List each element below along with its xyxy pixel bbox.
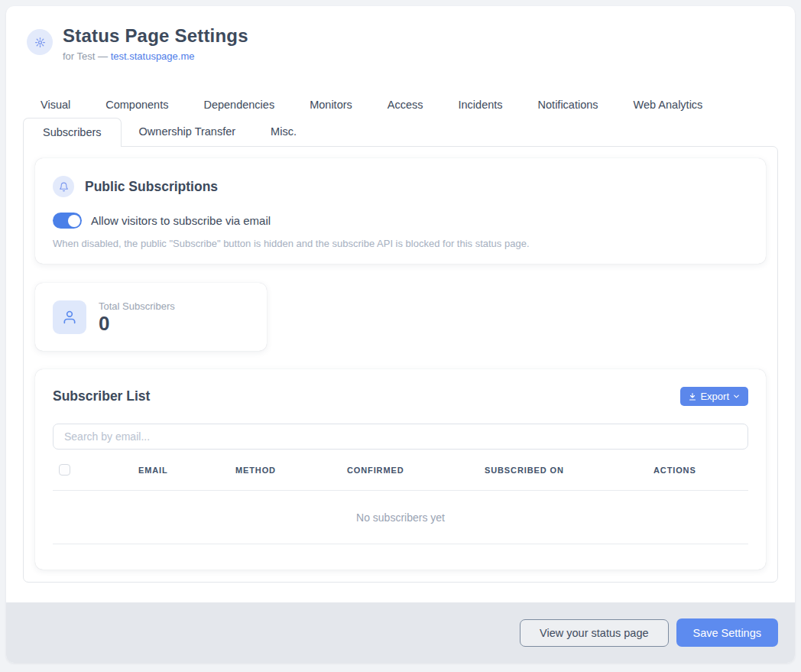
subscriber-list-card: Subscriber List Export: [35, 369, 766, 570]
subtitle-prefix: for Test —: [63, 50, 108, 62]
subscriber-list-header: Subscriber List Export: [53, 387, 748, 406]
subscribers-tab-panel: Public Subscriptions Allow visitors to s…: [23, 146, 778, 583]
footer-action-bar: View your status page Save Settings: [6, 602, 795, 663]
toggle-knob: [68, 215, 80, 227]
status-page-link[interactable]: test.statuspage.me: [111, 50, 195, 62]
tab-dependencies[interactable]: Dependencies: [186, 92, 292, 118]
allow-subscribe-toggle[interactable]: [53, 213, 82, 229]
tab-notifications[interactable]: Notifications: [520, 92, 616, 118]
export-button[interactable]: Export: [680, 387, 748, 406]
select-all-checkbox[interactable]: [59, 464, 70, 476]
tab-row-secondary: Subscribers Ownership Transfer Misc.: [23, 118, 778, 146]
gear-avatar: [27, 29, 53, 55]
gear-icon: [34, 37, 46, 48]
tab-row-primary: Visual Components Dependencies Monitors …: [23, 92, 778, 118]
page-header: Status Page Settings for Test — test.sta…: [6, 6, 795, 62]
column-email: EMAIL: [138, 466, 235, 475]
public-subscriptions-title: Public Subscriptions: [85, 179, 218, 195]
tab-misc[interactable]: Misc.: [253, 118, 314, 146]
column-confirmed: CONFIRMED: [347, 466, 485, 475]
tab-components[interactable]: Components: [88, 92, 186, 118]
total-subscribers-text: Total Subscribers 0: [99, 300, 175, 333]
view-status-page-button[interactable]: View your status page: [520, 619, 668, 647]
tab-monitors[interactable]: Monitors: [292, 92, 370, 118]
bell-icon-circle: [53, 176, 74, 197]
settings-card: Status Page Settings for Test — test.sta…: [6, 6, 795, 663]
tab-web-analytics[interactable]: Web Analytics: [616, 92, 721, 118]
page-title: Status Page Settings: [63, 25, 248, 47]
export-button-label: Export: [700, 391, 729, 402]
search-input[interactable]: [53, 424, 748, 450]
page-subtitle: for Test — test.statuspage.me: [63, 50, 248, 62]
user-icon-square: [53, 300, 86, 334]
public-subscriptions-header: Public Subscriptions: [53, 176, 748, 197]
column-subscribed-on: SUBSCRIBED ON: [485, 466, 653, 475]
allow-subscribe-label: Allow visitors to subscribe via email: [91, 214, 271, 227]
chevron-down-icon: [732, 392, 741, 401]
total-subscribers-card: Total Subscribers 0: [35, 283, 267, 351]
tab-ownership-transfer[interactable]: Ownership Transfer: [122, 118, 254, 146]
total-subscribers-label: Total Subscribers: [99, 300, 175, 312]
total-subscribers-value: 0: [99, 313, 175, 333]
bell-icon: [59, 182, 69, 192]
tab-incidents[interactable]: Incidents: [441, 92, 520, 118]
select-all-cell: [53, 464, 138, 476]
user-icon: [62, 310, 77, 325]
header-titles: Status Page Settings for Test — test.sta…: [63, 25, 248, 62]
public-subscriptions-card: Public Subscriptions Allow visitors to s…: [35, 158, 766, 264]
column-method: METHOD: [235, 466, 347, 475]
column-actions: ACTIONS: [653, 466, 748, 475]
tab-subscribers[interactable]: Subscribers: [23, 118, 122, 147]
subscribe-toggle-row: Allow visitors to subscribe via email: [53, 213, 748, 229]
tab-visual[interactable]: Visual: [23, 92, 88, 118]
save-settings-button[interactable]: Save Settings: [676, 618, 778, 647]
subscribe-helper-text: When disabled, the public "Subscribe" bu…: [53, 238, 748, 249]
subscriber-list-title: Subscriber List: [53, 388, 150, 404]
download-icon: [688, 392, 697, 401]
subscriber-table-header: EMAIL METHOD CONFIRMED SUBSCRIBED ON ACT…: [53, 450, 748, 491]
tab-access[interactable]: Access: [370, 92, 441, 118]
empty-state-message: No subscribers yet: [53, 491, 748, 544]
